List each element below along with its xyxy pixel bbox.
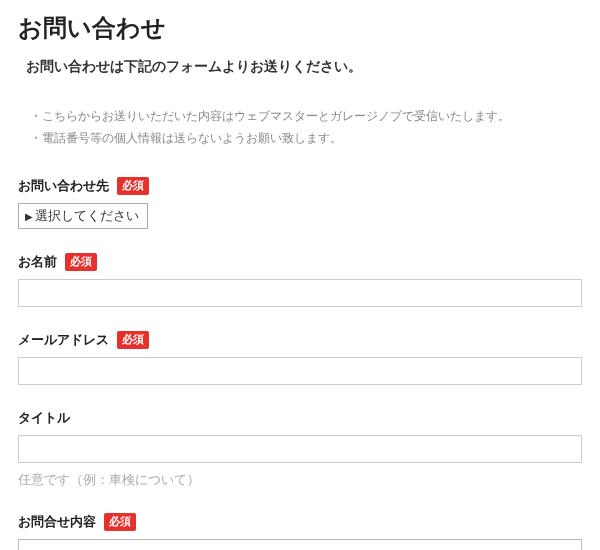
body-textarea[interactable]: [18, 539, 582, 550]
field-subject: タイトル 任意です（例：車検について）: [18, 409, 582, 489]
field-email: メールアドレス 必須: [18, 331, 582, 385]
field-body: お問合せ内容 必須: [18, 513, 582, 550]
label-subject: タイトル: [18, 409, 70, 427]
destination-select[interactable]: ▶選択してください: [18, 203, 148, 229]
email-input[interactable]: [18, 357, 582, 385]
field-destination: お問い合わせ先 必須 ▶選択してください: [18, 177, 582, 229]
subject-input[interactable]: [18, 435, 582, 463]
field-name: お名前 必須: [18, 253, 582, 307]
page-title: お問い合わせ: [18, 12, 582, 44]
name-input[interactable]: [18, 279, 582, 307]
required-badge: 必須: [65, 253, 97, 270]
label-destination: お問い合わせ先: [18, 177, 109, 195]
label-name: お名前: [18, 253, 57, 271]
required-badge: 必須: [117, 177, 149, 194]
destination-selected-text: 選択してください: [35, 207, 139, 225]
notes-block: ・こちらからお送りいただいた内容はウェブマスターとガレージノブで受信いたします。…: [30, 106, 582, 149]
required-badge: 必須: [104, 513, 136, 530]
required-badge: 必須: [117, 331, 149, 348]
label-body: お問合せ内容: [18, 513, 96, 531]
intro-text: お問い合わせは下記のフォームよりお送りください。: [26, 58, 582, 76]
dropdown-triangle-icon: ▶: [25, 211, 33, 222]
note-line-1: ・こちらからお送りいただいた内容はウェブマスターとガレージノブで受信いたします。: [30, 106, 582, 128]
label-email: メールアドレス: [18, 331, 109, 349]
subject-hint: 任意です（例：車検について）: [18, 471, 582, 489]
note-line-2: ・電話番号等の個人情報は送らないようお願い致します。: [30, 128, 582, 150]
